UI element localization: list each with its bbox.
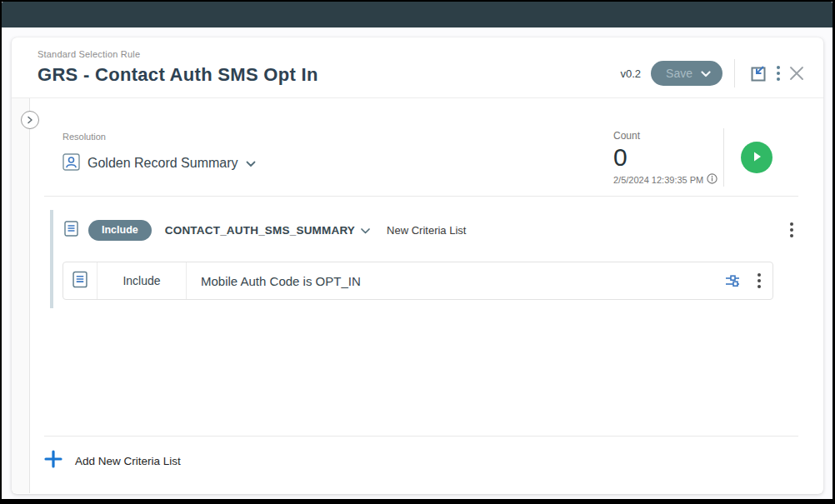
count-timestamp: 2/5/2024 12:39:35 PM <box>613 173 722 186</box>
save-button-label: Save <box>666 67 692 80</box>
close-icon[interactable] <box>785 62 808 85</box>
include-toggle-badge[interactable]: Include <box>88 220 152 241</box>
criteria-list-name[interactable]: New Criteria List <box>387 224 466 237</box>
count-value: 0 <box>613 143 722 171</box>
collapsed-side-rail <box>12 98 30 493</box>
play-icon <box>750 150 763 166</box>
criteria-group-accent-bar <box>50 210 53 308</box>
resolution-label: Resolution <box>62 132 106 142</box>
criteria-operator[interactable]: Include <box>98 262 187 299</box>
criteria-row-menu-kebab-icon[interactable] <box>752 270 766 292</box>
add-new-criteria-list-button[interactable]: Add New Criteria List <box>44 448 181 473</box>
run-count-button[interactable] <box>741 142 772 173</box>
criteria-row[interactable]: Include Mobile Auth Code is OPT_IN <box>62 262 773 300</box>
section-divider <box>44 196 798 197</box>
resolution-value: Golden Record Summary <box>88 156 238 171</box>
open-window-icon[interactable] <box>747 61 772 86</box>
criteria-expression[interactable]: Mobile Auth Code is OPT_IN <box>187 262 361 299</box>
selection-rule-dialog: Standard Selection Rule GRS - Contact Au… <box>12 37 823 494</box>
document-lines-icon <box>64 221 78 240</box>
header-menu-kebab-icon[interactable] <box>772 62 785 84</box>
resolution-dropdown[interactable]: Golden Record Summary <box>62 150 256 177</box>
dataset-dropdown[interactable]: CONTACT_AUTH_SMS_SUMMARY <box>165 222 370 237</box>
rule-type-label: Standard Selection Rule <box>38 49 318 59</box>
plus-icon <box>44 450 62 472</box>
criteria-list-header: Include CONTACT_AUTH_SMS_SUMMARY New Cri… <box>64 215 798 245</box>
title-block: Standard Selection Rule GRS - Contact Au… <box>38 47 318 86</box>
header-actions: v0.2 Save <box>621 59 809 87</box>
chevron-down-icon <box>246 156 256 171</box>
info-icon[interactable] <box>707 173 718 186</box>
dialog-header: Standard Selection Rule GRS - Contact Au… <box>12 37 823 98</box>
criteria-row-icon-cell <box>63 262 98 299</box>
add-new-criteria-list-label: Add New Criteria List <box>75 455 181 467</box>
criteria-list-menu-kebab-icon[interactable] <box>785 219 798 241</box>
dialog-body: Resolution Golden Record Summary Count <box>12 98 823 493</box>
expand-panel-button[interactable] <box>21 111 39 129</box>
criteria-row-actions <box>721 262 772 299</box>
count-block: Count 0 2/5/2024 12:39:35 PM <box>613 130 722 186</box>
page-title: GRS - Contact Auth SMS Opt In <box>38 64 318 86</box>
filter-sliders-icon[interactable] <box>721 271 744 292</box>
person-badge-icon <box>62 153 80 174</box>
header-divider <box>734 59 735 87</box>
save-button[interactable]: Save <box>651 61 722 86</box>
dataset-name: CONTACT_AUTH_SMS_SUMMARY <box>165 224 355 237</box>
app-window: Standard Selection Rule GRS - Contact Au… <box>0 0 835 504</box>
version-label: v0.2 <box>621 67 642 80</box>
top-app-bar <box>2 2 832 27</box>
count-divider <box>723 128 724 187</box>
document-lines-icon <box>72 271 88 292</box>
chevron-down-icon <box>701 67 711 80</box>
chevron-down-icon <box>361 222 370 237</box>
count-label: Count <box>613 130 722 142</box>
count-timestamp-text: 2/5/2024 12:39:35 PM <box>613 175 703 185</box>
footer-divider <box>44 436 798 437</box>
